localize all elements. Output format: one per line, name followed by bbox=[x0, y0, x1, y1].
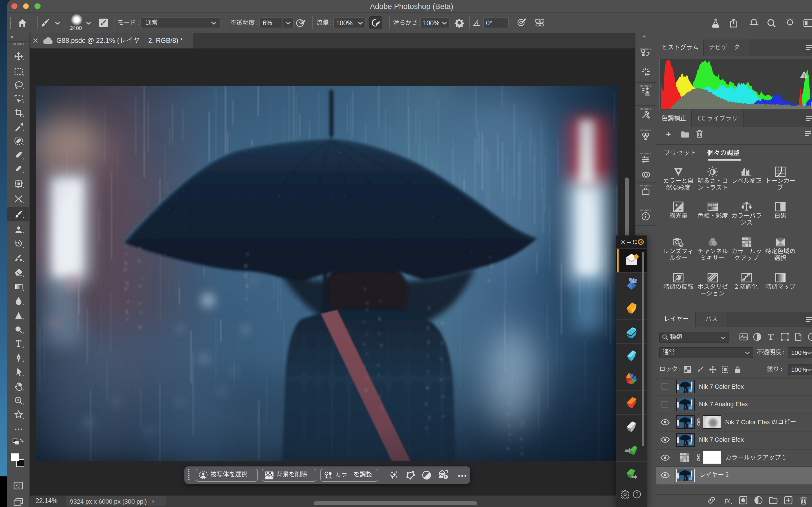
svg-text:?: ? bbox=[635, 492, 638, 497]
svg-text:fx: fx bbox=[724, 496, 730, 504]
